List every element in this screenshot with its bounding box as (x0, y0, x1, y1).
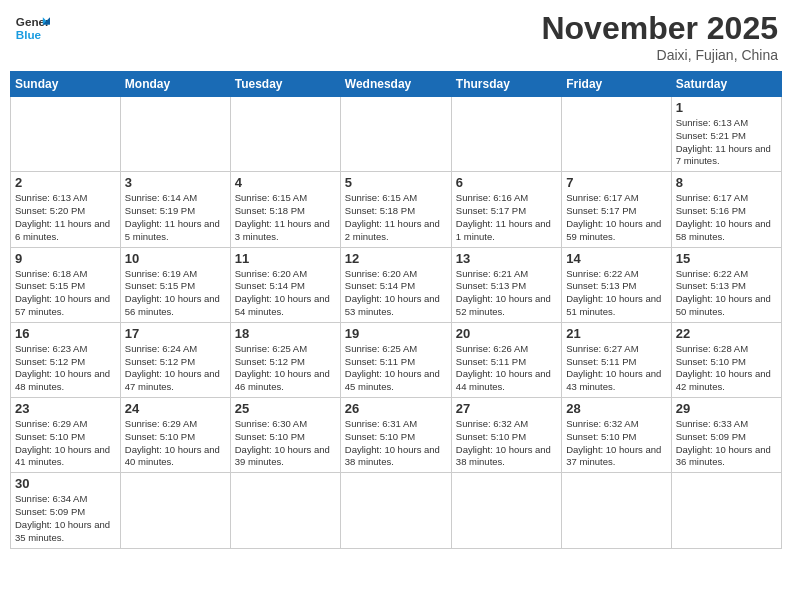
calendar-cell: 23Sunrise: 6:29 AMSunset: 5:10 PMDayligh… (11, 398, 121, 473)
page-header: General Blue November 2025 Daixi, Fujian… (10, 10, 782, 63)
day-number: 17 (125, 326, 226, 341)
calendar-cell (340, 473, 451, 548)
calendar-cell: 18Sunrise: 6:25 AMSunset: 5:12 PMDayligh… (230, 322, 340, 397)
day-number: 27 (456, 401, 557, 416)
calendar-cell: 5Sunrise: 6:15 AMSunset: 5:18 PMDaylight… (340, 172, 451, 247)
day-info: Sunrise: 6:20 AMSunset: 5:14 PMDaylight:… (345, 268, 447, 319)
calendar-cell: 26Sunrise: 6:31 AMSunset: 5:10 PMDayligh… (340, 398, 451, 473)
day-number: 10 (125, 251, 226, 266)
svg-text:Blue: Blue (16, 28, 42, 41)
day-number: 4 (235, 175, 336, 190)
day-number: 5 (345, 175, 447, 190)
day-number: 30 (15, 476, 116, 491)
day-info: Sunrise: 6:25 AMSunset: 5:12 PMDaylight:… (235, 343, 336, 394)
week-row-5: 23Sunrise: 6:29 AMSunset: 5:10 PMDayligh… (11, 398, 782, 473)
day-number: 22 (676, 326, 777, 341)
calendar-cell: 12Sunrise: 6:20 AMSunset: 5:14 PMDayligh… (340, 247, 451, 322)
week-row-3: 9Sunrise: 6:18 AMSunset: 5:15 PMDaylight… (11, 247, 782, 322)
calendar-cell: 2Sunrise: 6:13 AMSunset: 5:20 PMDaylight… (11, 172, 121, 247)
day-info: Sunrise: 6:31 AMSunset: 5:10 PMDaylight:… (345, 418, 447, 469)
calendar-cell: 3Sunrise: 6:14 AMSunset: 5:19 PMDaylight… (120, 172, 230, 247)
calendar-cell: 1Sunrise: 6:13 AMSunset: 5:21 PMDaylight… (671, 97, 781, 172)
day-number: 6 (456, 175, 557, 190)
location-label: Daixi, Fujian, China (541, 47, 778, 63)
calendar-cell: 10Sunrise: 6:19 AMSunset: 5:15 PMDayligh… (120, 247, 230, 322)
day-info: Sunrise: 6:17 AMSunset: 5:17 PMDaylight:… (566, 192, 666, 243)
day-info: Sunrise: 6:23 AMSunset: 5:12 PMDaylight:… (15, 343, 116, 394)
day-info: Sunrise: 6:14 AMSunset: 5:19 PMDaylight:… (125, 192, 226, 243)
week-row-1: 1Sunrise: 6:13 AMSunset: 5:21 PMDaylight… (11, 97, 782, 172)
calendar-cell: 27Sunrise: 6:32 AMSunset: 5:10 PMDayligh… (451, 398, 561, 473)
calendar-cell (451, 473, 561, 548)
day-number: 25 (235, 401, 336, 416)
calendar-cell (562, 473, 671, 548)
day-number: 2 (15, 175, 116, 190)
calendar-cell: 6Sunrise: 6:16 AMSunset: 5:17 PMDaylight… (451, 172, 561, 247)
calendar-header-row: SundayMondayTuesdayWednesdayThursdayFrid… (11, 72, 782, 97)
day-number: 16 (15, 326, 116, 341)
day-number: 9 (15, 251, 116, 266)
day-info: Sunrise: 6:25 AMSunset: 5:11 PMDaylight:… (345, 343, 447, 394)
day-number: 19 (345, 326, 447, 341)
calendar-cell: 8Sunrise: 6:17 AMSunset: 5:16 PMDaylight… (671, 172, 781, 247)
day-info: Sunrise: 6:28 AMSunset: 5:10 PMDaylight:… (676, 343, 777, 394)
day-info: Sunrise: 6:13 AMSunset: 5:21 PMDaylight:… (676, 117, 777, 168)
calendar-cell: 28Sunrise: 6:32 AMSunset: 5:10 PMDayligh… (562, 398, 671, 473)
day-number: 12 (345, 251, 447, 266)
day-info: Sunrise: 6:34 AMSunset: 5:09 PMDaylight:… (15, 493, 116, 544)
col-header-friday: Friday (562, 72, 671, 97)
calendar-table: SundayMondayTuesdayWednesdayThursdayFrid… (10, 71, 782, 549)
month-year-title: November 2025 (541, 10, 778, 47)
calendar-cell: 9Sunrise: 6:18 AMSunset: 5:15 PMDaylight… (11, 247, 121, 322)
day-number: 28 (566, 401, 666, 416)
week-row-6: 30Sunrise: 6:34 AMSunset: 5:09 PMDayligh… (11, 473, 782, 548)
col-header-monday: Monday (120, 72, 230, 97)
col-header-wednesday: Wednesday (340, 72, 451, 97)
calendar-cell (11, 97, 121, 172)
calendar-cell: 7Sunrise: 6:17 AMSunset: 5:17 PMDaylight… (562, 172, 671, 247)
calendar-cell: 15Sunrise: 6:22 AMSunset: 5:13 PMDayligh… (671, 247, 781, 322)
day-number: 15 (676, 251, 777, 266)
calendar-cell (451, 97, 561, 172)
day-info: Sunrise: 6:33 AMSunset: 5:09 PMDaylight:… (676, 418, 777, 469)
day-number: 18 (235, 326, 336, 341)
calendar-cell: 19Sunrise: 6:25 AMSunset: 5:11 PMDayligh… (340, 322, 451, 397)
day-number: 3 (125, 175, 226, 190)
calendar-cell: 4Sunrise: 6:15 AMSunset: 5:18 PMDaylight… (230, 172, 340, 247)
day-number: 14 (566, 251, 666, 266)
day-number: 24 (125, 401, 226, 416)
week-row-2: 2Sunrise: 6:13 AMSunset: 5:20 PMDaylight… (11, 172, 782, 247)
calendar-cell: 11Sunrise: 6:20 AMSunset: 5:14 PMDayligh… (230, 247, 340, 322)
day-number: 29 (676, 401, 777, 416)
day-info: Sunrise: 6:26 AMSunset: 5:11 PMDaylight:… (456, 343, 557, 394)
col-header-thursday: Thursday (451, 72, 561, 97)
calendar-cell: 22Sunrise: 6:28 AMSunset: 5:10 PMDayligh… (671, 322, 781, 397)
week-row-4: 16Sunrise: 6:23 AMSunset: 5:12 PMDayligh… (11, 322, 782, 397)
day-number: 13 (456, 251, 557, 266)
day-info: Sunrise: 6:32 AMSunset: 5:10 PMDaylight:… (566, 418, 666, 469)
calendar-cell: 30Sunrise: 6:34 AMSunset: 5:09 PMDayligh… (11, 473, 121, 548)
calendar-cell: 17Sunrise: 6:24 AMSunset: 5:12 PMDayligh… (120, 322, 230, 397)
day-number: 26 (345, 401, 447, 416)
day-info: Sunrise: 6:24 AMSunset: 5:12 PMDaylight:… (125, 343, 226, 394)
col-header-sunday: Sunday (11, 72, 121, 97)
day-info: Sunrise: 6:17 AMSunset: 5:16 PMDaylight:… (676, 192, 777, 243)
day-number: 23 (15, 401, 116, 416)
day-info: Sunrise: 6:13 AMSunset: 5:20 PMDaylight:… (15, 192, 116, 243)
day-info: Sunrise: 6:19 AMSunset: 5:15 PMDaylight:… (125, 268, 226, 319)
calendar-cell (230, 473, 340, 548)
day-number: 20 (456, 326, 557, 341)
day-info: Sunrise: 6:20 AMSunset: 5:14 PMDaylight:… (235, 268, 336, 319)
calendar-cell: 13Sunrise: 6:21 AMSunset: 5:13 PMDayligh… (451, 247, 561, 322)
day-info: Sunrise: 6:32 AMSunset: 5:10 PMDaylight:… (456, 418, 557, 469)
calendar-cell (562, 97, 671, 172)
logo-icon: General Blue (14, 10, 50, 46)
day-info: Sunrise: 6:27 AMSunset: 5:11 PMDaylight:… (566, 343, 666, 394)
calendar-cell (340, 97, 451, 172)
day-info: Sunrise: 6:29 AMSunset: 5:10 PMDaylight:… (125, 418, 226, 469)
calendar-cell (120, 97, 230, 172)
col-header-saturday: Saturday (671, 72, 781, 97)
day-info: Sunrise: 6:15 AMSunset: 5:18 PMDaylight:… (345, 192, 447, 243)
calendar-cell: 25Sunrise: 6:30 AMSunset: 5:10 PMDayligh… (230, 398, 340, 473)
calendar-cell: 14Sunrise: 6:22 AMSunset: 5:13 PMDayligh… (562, 247, 671, 322)
